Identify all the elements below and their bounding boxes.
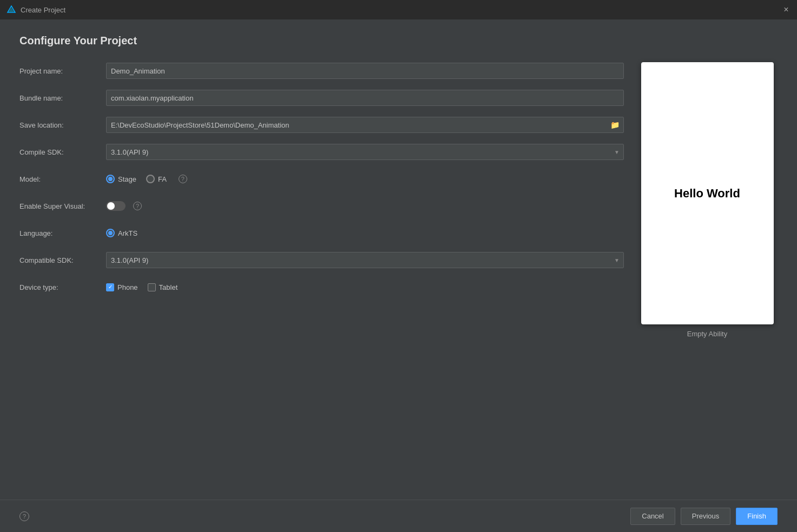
bundle-name-input[interactable] — [106, 90, 624, 106]
app-logo-icon — [6, 5, 16, 15]
preview-ability-label: Empty Ability — [687, 330, 727, 338]
model-stage-option[interactable]: Stage — [106, 175, 136, 183]
tablet-checkbox-item[interactable]: Tablet — [148, 283, 178, 291]
form-area: Project name: Bundle name: Save location… — [19, 62, 624, 500]
save-location-field: 📁 — [106, 117, 624, 133]
compile-sdk-select-wrapper: 3.1.0(API 9) ▼ — [106, 144, 624, 160]
model-fa-label: FA — [158, 175, 167, 183]
compatible-sdk-label: Compatible SDK: — [19, 256, 106, 264]
page-title: Configure Your Project — [19, 35, 778, 47]
model-stage-label: Stage — [118, 175, 136, 183]
browse-folder-icon[interactable]: 📁 — [610, 121, 620, 129]
model-fa-radio[interactable] — [146, 175, 155, 183]
content-area: Project name: Bundle name: Save location… — [19, 62, 778, 500]
compile-sdk-select[interactable]: 3.1.0(API 9) — [106, 144, 624, 160]
save-location-label: Save location: — [19, 121, 106, 129]
project-name-row: Project name: — [19, 62, 624, 79]
close-button[interactable]: × — [782, 5, 791, 14]
compatible-sdk-select[interactable]: 3.1.0(API 9) — [106, 252, 624, 268]
bundle-name-row: Bundle name: — [19, 89, 624, 107]
compile-sdk-label: Compile SDK: — [19, 148, 106, 156]
project-name-label: Project name: — [19, 67, 106, 75]
title-bar-left: Create Project — [6, 5, 65, 15]
tablet-label: Tablet — [159, 283, 178, 291]
finish-button[interactable]: Finish — [736, 508, 778, 525]
model-label: Model: — [19, 175, 106, 183]
model-row: Model: Stage FA ? — [19, 170, 624, 188]
model-fa-option[interactable]: FA — [146, 175, 167, 183]
preview-panel: Hello World Empty Ability — [637, 62, 778, 500]
title-bar: Create Project × — [0, 0, 797, 19]
save-location-input[interactable] — [106, 117, 624, 133]
language-radio-group: ArkTS — [106, 229, 137, 237]
super-visual-toggle-wrapper: ? — [106, 201, 142, 211]
preview-device: Hello World — [641, 62, 774, 324]
model-radio-group: Stage FA ? — [106, 175, 187, 183]
bundle-name-label: Bundle name: — [19, 94, 106, 102]
footer-buttons: Cancel Previous Finish — [630, 508, 778, 525]
footer-help-icon[interactable]: ? — [19, 511, 29, 521]
device-type-label: Device type: — [19, 283, 106, 291]
tablet-checkbox[interactable] — [148, 283, 156, 291]
main-content: Configure Your Project Project name: Bun… — [0, 19, 797, 500]
language-row: Language: ArkTS — [19, 224, 624, 242]
model-stage-radio[interactable] — [106, 175, 115, 183]
device-type-row: Device type: Phone Tablet — [19, 278, 624, 296]
super-visual-help-icon[interactable]: ? — [133, 202, 142, 210]
language-arkts-option[interactable]: ArkTS — [106, 229, 137, 237]
language-arkts-label: ArkTS — [118, 229, 137, 237]
model-help-icon[interactable]: ? — [179, 175, 187, 183]
device-type-checkbox-group: Phone Tablet — [106, 283, 177, 291]
compatible-sdk-row: Compatible SDK: 3.1.0(API 9) ▼ — [19, 251, 624, 269]
super-visual-row: Enable Super Visual: ? — [19, 197, 624, 215]
compatible-sdk-select-wrapper: 3.1.0(API 9) ▼ — [106, 252, 624, 268]
save-location-row: Save location: 📁 — [19, 116, 624, 134]
language-label: Language: — [19, 229, 106, 237]
cancel-button[interactable]: Cancel — [630, 508, 675, 525]
previous-button[interactable]: Previous — [681, 508, 731, 525]
window-title: Create Project — [21, 6, 65, 14]
compile-sdk-row: Compile SDK: 3.1.0(API 9) ▼ — [19, 143, 624, 161]
language-arkts-radio[interactable] — [106, 229, 115, 237]
phone-checkbox-item[interactable]: Phone — [106, 283, 138, 291]
footer: ? Cancel Previous Finish — [0, 500, 797, 532]
super-visual-toggle[interactable] — [106, 201, 126, 211]
super-visual-label: Enable Super Visual: — [19, 202, 106, 210]
phone-checkbox[interactable] — [106, 283, 114, 291]
preview-hello-world: Hello World — [674, 187, 740, 201]
toggle-knob — [107, 202, 115, 210]
project-name-input[interactable] — [106, 63, 624, 79]
phone-label: Phone — [117, 283, 138, 291]
